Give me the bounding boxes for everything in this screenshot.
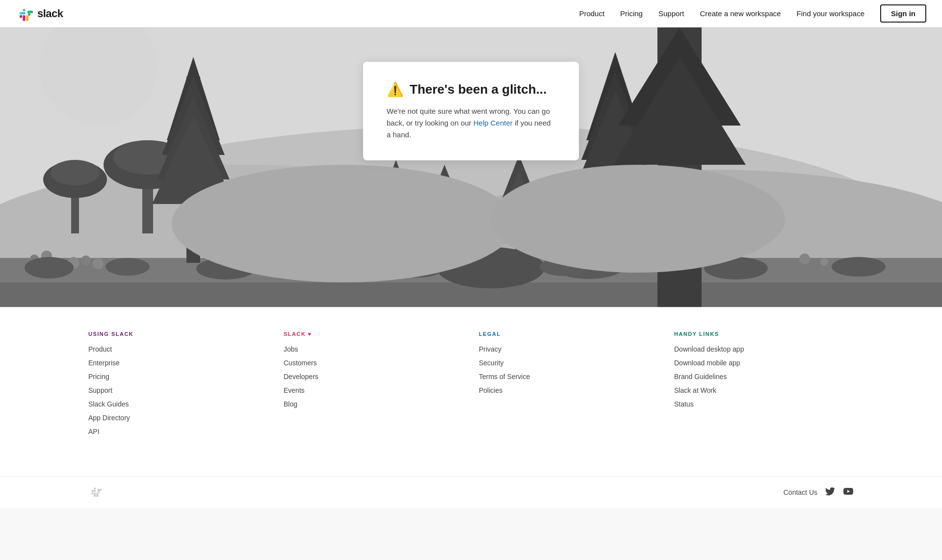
bottom-right-bar: Contact Us xyxy=(784,486,854,499)
main-nav: Product Pricing Support Create a new wor… xyxy=(579,4,926,23)
footer-link-developers[interactable]: Developers xyxy=(284,373,318,381)
nav-create-workspace[interactable]: Create a new workspace xyxy=(700,9,781,18)
footer-col-title-handy: HANDY LINKS xyxy=(674,331,854,337)
svg-point-51 xyxy=(820,258,828,266)
footer-link-jobs[interactable]: Jobs xyxy=(284,345,298,353)
footer-col-links-legal: Privacy Security Terms of Service Polici… xyxy=(479,345,658,395)
error-title: ⚠️ There's been a glitch... xyxy=(387,81,555,98)
nav-support[interactable]: Support xyxy=(658,9,684,18)
footer-link-app-directory[interactable]: App Directory xyxy=(88,414,130,422)
nav-product[interactable]: Product xyxy=(579,9,604,18)
footer-link-events[interactable]: Events xyxy=(284,386,305,394)
svg-point-60 xyxy=(491,165,785,273)
footer-link-policies[interactable]: Policies xyxy=(479,386,502,394)
heart-icon: ♥ xyxy=(308,331,312,337)
twitter-icon[interactable] xyxy=(825,486,835,499)
svg-point-50 xyxy=(799,254,810,264)
help-center-link[interactable]: Help Center xyxy=(473,119,513,127)
footer-grid: USING SLACK Product Enterprise Pricing S… xyxy=(88,331,854,441)
svg-point-49 xyxy=(781,258,789,267)
footer-col-links-using-slack: Product Enterprise Pricing Support Slack… xyxy=(88,345,268,436)
footer-col-title-legal: LEGAL xyxy=(479,331,658,337)
footer-link-tos[interactable]: Terms of Service xyxy=(479,373,530,381)
svg-point-38 xyxy=(93,258,104,269)
footer-col-slack: SLACK ♥ Jobs Customers Developers Events… xyxy=(284,331,463,441)
footer-col-title-slack: SLACK ♥ xyxy=(284,331,463,337)
nav-pricing[interactable]: Pricing xyxy=(620,9,643,18)
footer-col-using-slack: USING SLACK Product Enterprise Pricing S… xyxy=(88,331,268,441)
footer-link-desktop-app[interactable]: Download desktop app xyxy=(674,345,744,353)
footer-link-mobile-app[interactable]: Download mobile app xyxy=(674,359,740,367)
footer-link-support[interactable]: Support xyxy=(88,386,112,394)
footer-col-links-handy: Download desktop app Download mobile app… xyxy=(674,345,854,408)
footer-link-enterprise[interactable]: Enterprise xyxy=(88,359,120,367)
footer-link-slack-guides[interactable]: Slack Guides xyxy=(88,400,129,408)
header: slack Product Pricing Support Create a n… xyxy=(0,0,942,27)
svg-point-52 xyxy=(25,257,74,279)
footer-link-customers[interactable]: Customers xyxy=(284,359,317,367)
svg-point-53 xyxy=(105,258,150,276)
logo-text: slack xyxy=(37,7,63,20)
slack-footer-logo xyxy=(88,484,102,498)
bottom-bar: Contact Us xyxy=(0,476,942,508)
footer-col-title-using-slack: USING SLACK xyxy=(88,331,268,337)
footer-link-slack-at-work[interactable]: Slack at Work xyxy=(674,386,716,394)
footer-link-api[interactable]: API xyxy=(88,428,100,435)
svg-point-58 xyxy=(832,257,886,277)
logo[interactable]: slack xyxy=(16,5,63,23)
footer-link-product[interactable]: Product xyxy=(88,345,112,353)
youtube-icon[interactable] xyxy=(843,486,854,499)
footer-col-links-slack: Jobs Customers Developers Events Blog xyxy=(284,345,463,408)
footer-link-status[interactable]: Status xyxy=(674,400,694,408)
footer-link-blog[interactable]: Blog xyxy=(284,400,297,408)
footer-col-handy: HANDY LINKS Download desktop app Downloa… xyxy=(674,331,854,441)
sign-in-button[interactable]: Sign in xyxy=(880,4,926,23)
svg-point-37 xyxy=(81,255,91,265)
footer-link-brand-guidelines[interactable]: Brand Guidelines xyxy=(674,373,727,381)
hero-section: ⚠️ There's been a glitch... We're not qu… xyxy=(0,27,942,307)
footer: USING SLACK Product Enterprise Pricing S… xyxy=(0,307,942,476)
error-body: We're not quite sure what went wrong. Yo… xyxy=(387,105,555,141)
nav-find-workspace[interactable]: Find your workspace xyxy=(797,9,864,18)
slack-logo-icon xyxy=(16,5,33,23)
warning-icon: ⚠️ xyxy=(387,81,404,98)
footer-link-privacy[interactable]: Privacy xyxy=(479,345,501,353)
bottom-logo xyxy=(88,484,102,500)
svg-point-11 xyxy=(51,160,100,185)
error-card: ⚠️ There's been a glitch... We're not qu… xyxy=(363,62,579,160)
footer-link-security[interactable]: Security xyxy=(479,359,504,367)
footer-link-pricing[interactable]: Pricing xyxy=(88,373,109,381)
svg-point-59 xyxy=(172,165,515,282)
contact-us-label: Contact Us xyxy=(784,488,817,496)
footer-col-legal: LEGAL Privacy Security Terms of Service … xyxy=(479,331,658,441)
